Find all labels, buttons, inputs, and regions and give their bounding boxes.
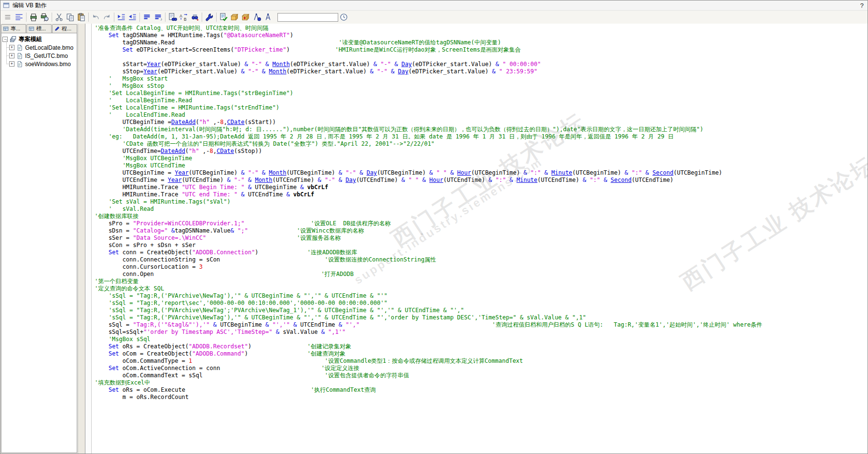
- code-line: '定义查询的命令文本 SQL: [95, 285, 868, 292]
- code-line: oCom.CommandType = 1 '设置Commandle类型1：按命令…: [95, 358, 868, 365]
- code-line: Set oCom.ActiveConnection = conn '设定定义连接: [95, 365, 868, 372]
- find-icon: [168, 13, 177, 22]
- toolbar-separator: [216, 13, 217, 22]
- code-line: 'sSql = "Tag:R,('PVArchive\NewTag'),'" &…: [95, 292, 868, 300]
- undo-button[interactable]: [90, 12, 101, 23]
- app-icon: [3, 2, 10, 9]
- code-line: Set oRs = oCom.Execute '执行CommandText查询: [95, 386, 868, 394]
- cut-button[interactable]: [54, 12, 65, 23]
- tree-root-row[interactable]: - 專案模組: [2, 35, 76, 43]
- code-line: Set oCom = CreateObject("ADODB.Command")…: [95, 350, 868, 358]
- code-line: tagDSNName.Read '读变量@DatasourceNameRT的值给…: [95, 39, 868, 46]
- code-line: 'sSql = "Tag:R,('PVArchive\NewTag'),'" &…: [95, 314, 868, 321]
- clock-button[interactable]: [338, 12, 349, 23]
- tree-item[interactable]: + soeWindows.bmo: [2, 60, 76, 68]
- code-line: oCom.CommandText = sSql '设置包含提供者命令的字符串值: [95, 372, 868, 379]
- toolbar-separator: [88, 13, 89, 22]
- project-tree: - 專案模組 + GetLocalDate.bmo + IS_GetUTC.bm…: [1, 33, 77, 453]
- replace-button[interactable]: AB: [178, 12, 189, 23]
- code-line: Set tagDSNName = HMIRuntime.Tags("@Datas…: [95, 32, 868, 39]
- code-line: 'eg: DateAdd(m, 1, 31-Jan-95);DateAdd 返回…: [95, 133, 868, 140]
- pen-icon: [54, 26, 60, 32]
- code-line: HMIRuntime.Trace "UTC Begin Time: " & UT…: [95, 184, 868, 191]
- code-line: sStart=Year(eDTPicker_start.Value) & "-"…: [95, 61, 868, 68]
- comment-block-button[interactable]: [141, 12, 152, 23]
- code-line: 'MsgBox sSql: [95, 336, 868, 343]
- toolbar-search-input[interactable]: [277, 13, 338, 22]
- indent-button[interactable]: [116, 12, 127, 23]
- outdent-button[interactable]: [127, 12, 138, 23]
- code-line: '填充数据到Excel中: [95, 379, 868, 386]
- tree-item-label: IS_GetUTC.bmo: [25, 53, 68, 59]
- svg-text:A: A: [179, 14, 182, 18]
- tree-item[interactable]: + IS_GetUTC.bmo: [2, 52, 76, 60]
- card-index-icon: [28, 26, 35, 32]
- code-line: 'sSql = "Tag:R,('PVArchive\NewTag';'PVAr…: [95, 307, 868, 314]
- code-editor[interactable]: '准备查询条件 Catalog、UTC开始时间、UTC结束时间、时间间隔 Set…: [85, 24, 868, 454]
- find-next-icon: [190, 13, 199, 22]
- code-line: ' sVal.Read: [95, 206, 868, 213]
- splitter[interactable]: [78, 24, 85, 454]
- tree-root-label: 專案模組: [19, 35, 42, 43]
- redo-button[interactable]: [101, 12, 112, 23]
- tab-procedures[interactable]: 程...: [52, 24, 77, 33]
- code-line: 'CDate 函数可把一个合法的"日期和时间表达式"转换为 Date("全数字"…: [95, 140, 868, 148]
- compass-dot-button[interactable]: [251, 12, 262, 23]
- uncomment-block-button[interactable]: [152, 12, 164, 23]
- code-line: '准备查询条件 Catalog、UTC开始时间、UTC结束时间、时间间隔: [95, 25, 868, 32]
- code-line: sSer = "Data Source=.\WinCC" '设置服务器名称: [95, 234, 868, 242]
- code-line: '创建数据库联接: [95, 213, 868, 220]
- help-button[interactable]: ?: [860, 2, 864, 9]
- code-line: [95, 54, 868, 61]
- compass-dot-icon: [252, 13, 262, 22]
- print-preview-button[interactable]: [39, 12, 50, 23]
- syntax-check-button[interactable]: [218, 12, 229, 23]
- bookmark-box-icon: [230, 13, 239, 22]
- sidebar: 專... 標... 程... - 專案模組 +: [0, 24, 78, 454]
- expand-box[interactable]: +: [9, 53, 14, 58]
- indent-icon: [117, 13, 126, 22]
- tree-item[interactable]: + GetLocalDate.bmo: [2, 43, 76, 52]
- find-next-button[interactable]: [189, 12, 200, 23]
- code-line: UTCBeginTime = Year(UTCBeginTime) & "-" …: [95, 169, 868, 177]
- code-line: UTCEndTime=DateAdd("h" ,-8,CDate(sStop)): [95, 148, 868, 155]
- code-line: sStop=Year(eDTPicker_start.Value) & "-" …: [95, 68, 868, 75]
- print-button[interactable]: [28, 12, 39, 23]
- selection-margin: [85, 24, 92, 454]
- code-line: conn.CursorLocation = 3: [95, 263, 868, 271]
- code-line: Set eDTPicker_start=ScreenItems("DTPicke…: [95, 46, 868, 54]
- expand-box[interactable]: +: [9, 61, 14, 67]
- uncomment-block-icon: [153, 13, 163, 22]
- paste-button[interactable]: [76, 12, 87, 23]
- bookmark-box-button[interactable]: [229, 12, 240, 23]
- grip-icon: [3, 13, 13, 22]
- copy-button[interactable]: [65, 12, 76, 23]
- code-line: conn.ConnectionString = sCon '设置数据连接的Con…: [95, 256, 868, 263]
- code-line: sPro = "Provider=WinCCOLEDBProvider.1;" …: [95, 220, 868, 227]
- tab-standard-modules[interactable]: 標...: [27, 24, 52, 33]
- tools-button[interactable]: [204, 12, 215, 23]
- code-line: UTCEndTime = Year(UTCEndTime) & "-" & Mo…: [95, 177, 868, 184]
- compass-button[interactable]: [262, 12, 274, 23]
- tools-icon: [205, 13, 214, 22]
- svg-text:B: B: [184, 17, 187, 22]
- toolbar: AB: [0, 11, 868, 24]
- code-text: '准备查询条件 Catalog、UTC开始时间、UTC结束时间、时间间隔 Set…: [92, 24, 868, 454]
- outdent-icon: [128, 13, 137, 22]
- edit-vb-action-window: 编辑 VB 動作 ? AB 專... 標... 程...: [0, 0, 868, 454]
- tab-project-modules[interactable]: 專...: [1, 24, 26, 33]
- expand-box[interactable]: +: [9, 45, 14, 50]
- collapse-box[interactable]: -: [2, 37, 8, 42]
- code-line: sCon = sPro + sDsn + sSer: [95, 242, 868, 249]
- card-index-icon: [3, 26, 9, 32]
- bookmark-add-button[interactable]: [240, 12, 251, 23]
- code-line: HMIRuntime.Trace "UTC end Time: " & UTCE…: [95, 191, 868, 198]
- code-line: sDsn = "Catalog=" &tagDSNName.Value& ";"…: [95, 227, 868, 234]
- tab-label: 專...: [11, 25, 20, 32]
- bmo-file-icon: [16, 53, 23, 59]
- format-lines-button[interactable]: [14, 12, 25, 23]
- sidebar-tabs: 專... 標... 程...: [0, 24, 78, 33]
- grip-button[interactable]: [2, 12, 14, 23]
- code-line: m = oRs.RecordCount: [95, 394, 868, 401]
- find-button[interactable]: [167, 12, 178, 23]
